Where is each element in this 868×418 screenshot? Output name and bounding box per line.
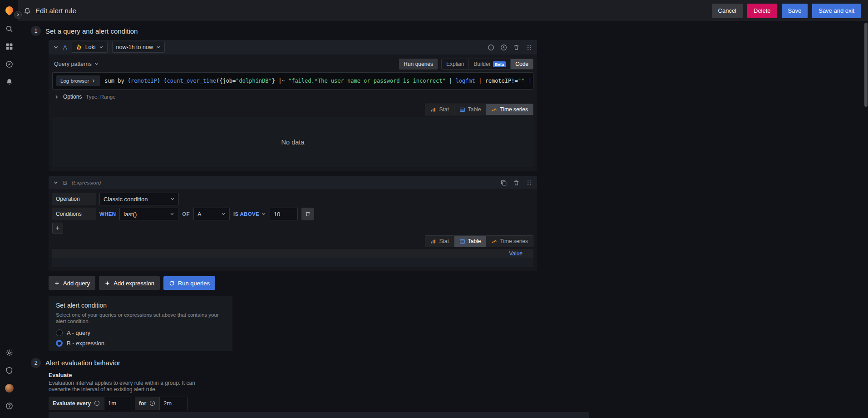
chevron-down-icon [221, 212, 226, 216]
info-icon[interactable] [149, 400, 155, 406]
alerting-bell-icon[interactable] [4, 77, 14, 87]
settings-gear-icon[interactable] [4, 348, 14, 358]
explore-compass-icon[interactable] [4, 59, 14, 69]
expression-b-header: B (Expression) [49, 176, 537, 189]
query-token: | [475, 78, 485, 84]
trash-icon[interactable] [513, 44, 520, 51]
user-avatar[interactable] [4, 383, 14, 393]
datasource-name: Loki [85, 44, 96, 50]
cancel-button[interactable]: Cancel [712, 4, 743, 18]
add-expression-button[interactable]: Add expression [99, 276, 160, 290]
evaluate-for-input[interactable] [159, 397, 187, 410]
expression-b-body: Operation Classic condition Conditions W… [49, 189, 537, 271]
save-and-exit-button[interactable]: Save and exit [812, 4, 861, 18]
for-label-chip: for [135, 397, 159, 410]
delete-button[interactable]: Delete [747, 4, 777, 18]
builder-toggle[interactable]: Builder Beta [469, 59, 510, 69]
table-header-row: Value [52, 249, 533, 258]
query-a-ref-id[interactable]: A [63, 44, 67, 51]
evaluate-every-input[interactable] [104, 397, 132, 410]
no-data-text: No data [281, 139, 305, 146]
viz-timeseries-label: Time series [500, 106, 528, 113]
evaluate-heading: Evaluate [49, 372, 868, 378]
explain-toggle[interactable]: Explain [442, 59, 469, 69]
log-browser-button[interactable]: Log browser [56, 75, 100, 86]
operation-row: Operation Classic condition [52, 193, 533, 205]
expression-b-header-actions [500, 179, 533, 186]
expression-result-table: Value [52, 249, 533, 267]
query-patterns-button[interactable]: Query patterns [52, 61, 101, 67]
drag-handle-icon[interactable] [526, 44, 533, 51]
operation-value: Classic condition [104, 196, 148, 203]
alert-condition-option-b[interactable]: B - expression [56, 340, 225, 347]
collapse-chevron-icon[interactable] [53, 180, 59, 185]
query-patterns-label: Query patterns [54, 61, 92, 67]
scrollbar-thumb[interactable] [864, 23, 868, 107]
loki-logo-icon [76, 44, 82, 50]
next-field-peek [49, 412, 589, 418]
add-condition-button[interactable] [52, 223, 63, 234]
stat-icon [430, 239, 436, 244]
chevron-down-icon [170, 212, 174, 216]
viz-stat-button[interactable]: Stat [425, 104, 454, 115]
query-editor[interactable]: Log browser sum by (remoteIP) (count_ove… [52, 72, 533, 90]
dashboards-grid-icon[interactable] [4, 41, 14, 51]
viz-table-button[interactable]: Table [454, 236, 486, 247]
query-ref-value: A [197, 211, 202, 218]
duplicate-icon[interactable] [500, 179, 507, 186]
code-toggle[interactable]: Code [510, 59, 533, 69]
comparator-select[interactable]: IS ABOVE [233, 211, 266, 217]
collapse-chevron-icon[interactable] [53, 45, 59, 50]
alert-rule-bell-icon [24, 7, 31, 15]
datasource-picker[interactable]: Loki [72, 42, 108, 53]
value-column-header[interactable]: Value [509, 250, 523, 257]
save-button[interactable]: Save [782, 4, 808, 18]
viz-stat-label: Stat [439, 238, 449, 244]
remove-condition-button[interactable] [301, 208, 314, 220]
trash-icon[interactable] [513, 179, 520, 186]
operation-select[interactable]: Classic condition [99, 193, 179, 205]
trash-icon [305, 211, 311, 217]
avatar-image [5, 384, 14, 393]
loki-query-text[interactable]: sum by (remoteIP) (count_over_time({job=… [104, 78, 529, 84]
reducer-value: last() [123, 211, 137, 218]
viz-timeseries-button[interactable]: Time series [486, 236, 533, 247]
expression-b-ref-id[interactable]: B [63, 179, 67, 186]
editor-mode-toggle: Explain Builder Beta Code [441, 59, 533, 70]
table-empty-row [52, 258, 533, 267]
alert-condition-option-a[interactable]: A - query [56, 329, 225, 336]
hint-info-icon[interactable] [488, 44, 494, 51]
grafana-logo[interactable] [3, 4, 15, 16]
query-ref-select[interactable]: A [193, 208, 230, 220]
add-query-button[interactable]: Add query [49, 276, 95, 290]
timeseries-icon [491, 239, 497, 244]
run-queries-toolbar-button[interactable]: Run queries [399, 59, 438, 70]
options-type-label: Type: Range [86, 94, 115, 100]
evaluate-for-field: for [135, 397, 187, 410]
viz-table-button[interactable]: Table [454, 104, 486, 115]
run-queries-button[interactable]: Run queries [163, 276, 215, 290]
help-icon[interactable] [4, 401, 14, 411]
threshold-input[interactable] [270, 208, 298, 220]
viz-stat-button[interactable]: Stat [425, 236, 454, 247]
operation-label: Operation [52, 193, 96, 205]
conditions-label: Conditions [52, 208, 96, 220]
viz-timeseries-button[interactable]: Time series [486, 104, 533, 115]
query-history-icon[interactable] [500, 44, 507, 51]
query-options-toggle[interactable]: Options Type: Range [52, 91, 533, 102]
time-range-picker[interactable]: now-1h to now [112, 42, 165, 53]
table-icon [459, 107, 465, 113]
drag-handle-icon[interactable] [526, 179, 533, 186]
sidebar-expand-button[interactable] [14, 11, 22, 19]
evaluate-row: Evaluate every for [49, 397, 868, 410]
comparator-value: IS ABOVE [233, 211, 259, 217]
info-icon[interactable] [94, 400, 100, 406]
alert-condition-description: Select one of your queries or expression… [56, 312, 225, 325]
reducer-select[interactable]: last() [119, 208, 178, 220]
chevron-right-icon [54, 95, 59, 100]
admin-shield-icon[interactable] [4, 365, 14, 375]
section-2-title: Alert evaluation behavior [45, 359, 120, 367]
search-icon[interactable] [4, 24, 14, 34]
query-token: [ [524, 78, 529, 84]
scrollbar[interactable] [864, 22, 868, 418]
